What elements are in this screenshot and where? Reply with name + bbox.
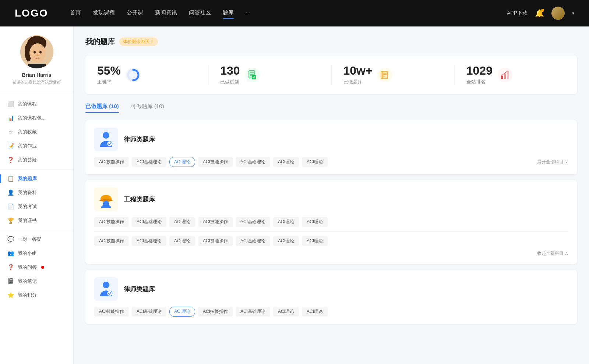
tag-2r2-1[interactable]: ACI技能操作 bbox=[94, 236, 129, 246]
qbank-tags-2-row1: ACI技能操作 ACI基础理论 ACI理论 ACI技能操作 ACI基础理论 AC… bbox=[94, 217, 568, 227]
tag-1-5[interactable]: ACI基础理论 bbox=[236, 157, 270, 167]
qbank-header-1: 律师类题库 bbox=[94, 128, 568, 151]
sidebar-item-course-package[interactable]: 📊 我的课程包... bbox=[0, 111, 73, 125]
qbank-title-2: 工程类题库 bbox=[124, 195, 155, 204]
stat-rank-value: 1029 bbox=[466, 64, 493, 77]
nav-qa[interactable]: 问答社区 bbox=[189, 9, 211, 18]
tag-2r2-4[interactable]: ACI技能操作 bbox=[198, 236, 233, 246]
tutor-icon: 💬 bbox=[7, 236, 14, 243]
notification-bell-icon[interactable]: 🔔 bbox=[535, 9, 544, 18]
done-banks-icon bbox=[378, 68, 392, 82]
svg-rect-7 bbox=[28, 64, 46, 68]
nav-news[interactable]: 新闻资讯 bbox=[155, 9, 177, 18]
stat-done-questions-text: 130 已做试题 bbox=[220, 64, 240, 85]
doc-icon bbox=[247, 70, 258, 80]
sidebar-item-questions[interactable]: ❓ 我的答疑 bbox=[0, 153, 73, 167]
stat-rank: 1029 全站排名 bbox=[455, 64, 577, 85]
logo[interactable]: LOGO bbox=[15, 7, 48, 19]
svg-point-3 bbox=[29, 43, 46, 63]
tag-2-2[interactable]: ACI基础理论 bbox=[132, 217, 166, 227]
sidebar-item-points[interactable]: ⭐ 我的积分 bbox=[0, 288, 73, 302]
tag-2r2-7[interactable]: ACI理论 bbox=[302, 236, 328, 246]
tag-3-1[interactable]: ACI技能操作 bbox=[94, 307, 129, 317]
svg-rect-22 bbox=[501, 76, 503, 79]
sidebar-item-certificate[interactable]: 🏆 我的证书 bbox=[0, 214, 73, 228]
sidebar-label: 我的答疑 bbox=[18, 157, 37, 163]
stat-done-banks-label: 已做题库 bbox=[343, 79, 373, 85]
stat-rank-label: 全站排名 bbox=[466, 79, 493, 85]
nav-qbank[interactable]: 题库 bbox=[223, 9, 234, 18]
tag-3-6[interactable]: ACI理论 bbox=[273, 307, 299, 317]
tag-2r2-2[interactable]: ACI基础理论 bbox=[132, 236, 166, 246]
sidebar-label: 我的积分 bbox=[18, 292, 37, 299]
tag-3-7[interactable]: ACI理论 bbox=[302, 307, 328, 317]
svg-point-25 bbox=[103, 132, 109, 139]
tab-available-banks[interactable]: 可做题库 (10) bbox=[131, 103, 164, 113]
app-download-button[interactable]: APP下载 bbox=[507, 10, 528, 17]
tag-1-6[interactable]: ACI理论 bbox=[273, 157, 299, 167]
sidebar-item-tutor[interactable]: 💬 一对一答疑 bbox=[0, 232, 73, 246]
page-body: Brian Harris 错误的决定比没有决定要好 ⬜ 我的课程 📊 我的课程包… bbox=[0, 26, 589, 364]
sidebar-item-group[interactable]: 👥 我的小组 bbox=[0, 246, 73, 260]
sidebar-label: 我的收藏 bbox=[18, 129, 37, 135]
qbank-tags-3: ACI技能操作 ACI基础理论 ACI理论 ACI技能操作 ACI基础理论 AC… bbox=[94, 307, 568, 317]
tag-3-5[interactable]: ACI基础理论 bbox=[236, 307, 270, 317]
avatar-image bbox=[551, 7, 565, 20]
sidebar-item-notes[interactable]: 📓 我的笔记 bbox=[0, 274, 73, 288]
sidebar-profile: Brian Harris 错误的决定比没有决定要好 bbox=[0, 35, 73, 94]
nav-opencourse[interactable]: 公开课 bbox=[127, 9, 143, 18]
nav-home[interactable]: 首页 bbox=[70, 9, 81, 18]
qbank-divider-2 bbox=[94, 231, 568, 232]
qbank-title-3: 律师类题库 bbox=[124, 285, 155, 293]
tag-1-1[interactable]: ACI技能操作 bbox=[94, 157, 129, 167]
svg-point-5 bbox=[39, 51, 42, 54]
collapse-2[interactable]: 收起全部科目 ∧ bbox=[537, 251, 568, 256]
tag-2-5[interactable]: ACI基础理论 bbox=[236, 217, 270, 227]
nav-discover[interactable]: 发现课程 bbox=[93, 9, 115, 18]
qbank-tags-1: ACI技能操作 ACI基础理论 ACI理论 ACI技能操作 ACI基础理论 AC… bbox=[94, 157, 568, 167]
sidebar-divider-2 bbox=[0, 230, 73, 230]
expand-1[interactable]: 展开全部科目 ∨ bbox=[537, 159, 568, 165]
tag-2r2-6[interactable]: ACI理论 bbox=[273, 236, 299, 246]
svg-point-32 bbox=[103, 282, 109, 288]
notification-dot bbox=[541, 9, 544, 12]
svg-rect-24 bbox=[507, 71, 509, 79]
sidebar-label: 我的证书 bbox=[18, 217, 37, 224]
nav-more[interactable]: ··· bbox=[246, 9, 250, 18]
tag-3-4[interactable]: ACI技能操作 bbox=[198, 307, 233, 317]
tag-1-2[interactable]: ACI基础理论 bbox=[132, 157, 166, 167]
certificate-icon: 🏆 bbox=[7, 217, 14, 224]
course-icon: ⬜ bbox=[7, 101, 14, 107]
tag-2-4[interactable]: ACI技能操作 bbox=[198, 217, 233, 227]
sidebar-item-my-qa[interactable]: ❓ 我的问答 bbox=[0, 260, 73, 274]
exam-icon: 📄 bbox=[7, 203, 14, 210]
chevron-down-icon[interactable]: ▾ bbox=[572, 11, 574, 16]
rank-icon bbox=[498, 68, 512, 82]
stat-rank-text: 1029 全站排名 bbox=[466, 64, 493, 85]
sidebar-item-profile[interactable]: 👤 我的资料 bbox=[0, 186, 73, 200]
chart-icon bbox=[500, 70, 510, 80]
tag-1-4[interactable]: ACI技能操作 bbox=[198, 157, 233, 167]
sidebar-item-my-course[interactable]: ⬜ 我的课程 bbox=[0, 97, 73, 111]
tag-3-2[interactable]: ACI基础理论 bbox=[132, 307, 166, 317]
sidebar-item-favorites[interactable]: ☆ 我的收藏 bbox=[0, 125, 73, 139]
navbar: LOGO 首页 发现课程 公开课 新闻资讯 问答社区 题库 ··· APP下载 … bbox=[0, 0, 589, 26]
sidebar-item-qbank[interactable]: 📋 我的题库 bbox=[0, 172, 73, 186]
sidebar-item-homework[interactable]: 📝 我的作业 bbox=[0, 139, 73, 153]
tab-done-banks[interactable]: 已做题库 (10) bbox=[85, 103, 119, 113]
tag-2r2-3[interactable]: ACI理论 bbox=[169, 236, 195, 246]
tag-2-3[interactable]: ACI理论 bbox=[169, 217, 195, 227]
tag-2-6[interactable]: ACI理论 bbox=[273, 217, 299, 227]
tag-2-1[interactable]: ACI技能操作 bbox=[94, 217, 129, 227]
tag-2r2-5[interactable]: ACI基础理论 bbox=[236, 236, 270, 246]
question-icon: ❓ bbox=[7, 157, 14, 163]
sidebar-item-exam[interactable]: 📄 我的考试 bbox=[0, 200, 73, 214]
tag-1-3[interactable]: ACI理论 bbox=[169, 157, 195, 167]
tag-2-7[interactable]: ACI理论 bbox=[302, 217, 328, 227]
nav-links: 首页 发现课程 公开课 新闻资讯 问答社区 题库 ··· bbox=[70, 9, 492, 18]
avatar[interactable] bbox=[551, 7, 565, 20]
tag-3-3[interactable]: ACI理论 bbox=[169, 307, 195, 317]
book-icon bbox=[380, 70, 390, 80]
tag-1-7[interactable]: ACI理论 bbox=[302, 157, 328, 167]
sidebar-label: 我的资料 bbox=[18, 189, 37, 196]
